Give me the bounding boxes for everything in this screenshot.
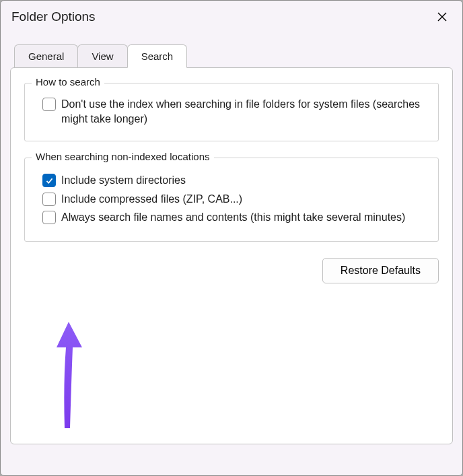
arrow-annotation-icon xyxy=(51,320,92,435)
option-sysdirs-row: Include system directories xyxy=(42,173,426,188)
checkbox-compressed[interactable] xyxy=(42,193,56,206)
tab-general[interactable]: General xyxy=(14,44,78,68)
label-sysdirs: Include system directories xyxy=(61,173,186,188)
label-compressed: Include compressed files (ZIP, CAB...) xyxy=(61,192,242,207)
label-contents: Always search file names and contents (t… xyxy=(61,210,405,225)
checkbox-noindex[interactable] xyxy=(42,98,56,111)
tab-search[interactable]: Search xyxy=(127,44,188,68)
restore-row: Restore Defaults xyxy=(24,258,439,283)
checkbox-sysdirs[interactable] xyxy=(42,174,56,187)
tab-content-search: How to search Don't use the index when s… xyxy=(10,67,453,444)
window-title: Folder Options xyxy=(11,9,96,24)
group-how-to-search-legend: How to search xyxy=(32,76,104,88)
option-contents-row: Always search file names and contents (t… xyxy=(42,210,426,225)
group-non-indexed: When searching non-indexed locations Inc… xyxy=(24,158,439,242)
checkbox-contents[interactable] xyxy=(42,211,56,224)
close-button[interactable] xyxy=(431,6,453,28)
tab-view[interactable]: View xyxy=(77,44,127,68)
restore-defaults-button[interactable]: Restore Defaults xyxy=(322,258,439,283)
check-icon xyxy=(45,176,54,185)
close-icon xyxy=(437,11,448,22)
tab-row: General View Search xyxy=(14,44,453,67)
folder-options-window: Folder Options General View Search How t… xyxy=(0,0,463,476)
group-how-to-search: How to search Don't use the index when s… xyxy=(24,83,439,141)
option-noindex-row: Don't use the index when searching in fi… xyxy=(42,97,426,126)
tabs-area: General View Search How to search Don't … xyxy=(1,30,462,444)
group-non-indexed-legend: When searching non-indexed locations xyxy=(32,151,214,162)
option-compressed-row: Include compressed files (ZIP, CAB...) xyxy=(42,192,426,207)
label-noindex: Don't use the index when searching in fi… xyxy=(61,97,426,126)
titlebar: Folder Options xyxy=(1,1,462,30)
